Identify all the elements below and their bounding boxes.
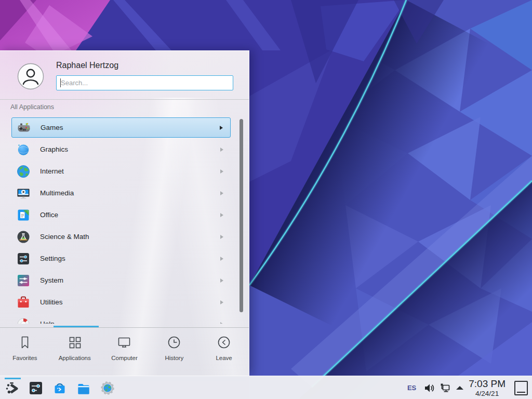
- category-label: Multimedia: [40, 189, 74, 197]
- computer-icon: [116, 335, 132, 350]
- system-icon: [17, 274, 30, 287]
- help-icon: [17, 317, 30, 324]
- application-launcher-menu: Raphael Hertzog All Applications: [0, 50, 249, 376]
- user-avatar[interactable]: [17, 63, 44, 90]
- category-row-science-math[interactable]: Science & Math: [0, 226, 249, 248]
- system-settings-launcher[interactable]: [29, 381, 43, 395]
- digital-clock[interactable]: 7:03 PM 4/24/21: [469, 379, 506, 397]
- clock-date: 4/24/21: [469, 390, 506, 397]
- category-row-internet[interactable]: Internet: [0, 161, 249, 182]
- submenu-arrow-icon: [220, 278, 223, 283]
- web-browser-launcher[interactable]: [100, 381, 115, 395]
- category-label: Settings: [40, 255, 65, 262]
- category-row-utilities[interactable]: Utilities: [0, 291, 249, 313]
- submenu-arrow-icon: [220, 322, 223, 324]
- tab-label: Computer: [111, 355, 138, 361]
- system-tray: ES 7:03 PM 4/24/21: [407, 376, 528, 399]
- utilities-icon: [17, 296, 30, 309]
- category-row-settings[interactable]: Settings: [0, 248, 249, 270]
- category-row-graphics[interactable]: Graphics: [0, 139, 249, 161]
- taskbar-panel: ES 7:03 PM 4/24/21: [0, 376, 532, 399]
- category-row-games[interactable]: Games: [0, 117, 249, 139]
- expand-tray-icon[interactable]: [456, 386, 463, 390]
- category-row-help[interactable]: Help: [0, 313, 249, 324]
- settings-icon: [17, 252, 30, 265]
- tab-label: Favorites: [12, 355, 37, 361]
- show-desktop-line: [517, 392, 525, 393]
- office-icon: [17, 208, 30, 222]
- leave-icon: [216, 335, 232, 350]
- keyboard-layout-indicator[interactable]: ES: [407, 384, 416, 392]
- application-launcher-button[interactable]: [5, 381, 19, 395]
- user-name: Raphael Hertzog: [56, 61, 118, 70]
- graphics-icon: [17, 143, 30, 156]
- category-label: Internet: [40, 167, 64, 175]
- active-launcher-indicator: [5, 378, 21, 379]
- applications-icon: [67, 335, 83, 350]
- submenu-arrow-icon: [220, 191, 223, 195]
- tab-label: History: [165, 355, 183, 361]
- category-label: Graphics: [40, 145, 68, 153]
- category-label: System: [40, 276, 63, 284]
- category-row-multimedia[interactable]: Multimedia: [0, 182, 249, 204]
- submenu-arrow-icon: [220, 126, 223, 130]
- launcher-tabbar: Favorites Applications Computer: [0, 328, 249, 376]
- submenu-arrow-icon: [220, 213, 223, 217]
- section-label: All Applications: [10, 103, 54, 111]
- category-row-office[interactable]: Office: [0, 204, 249, 226]
- tab-computer[interactable]: Computer: [100, 328, 150, 376]
- search-input[interactable]: [56, 75, 233, 90]
- favorites-icon: [17, 335, 33, 350]
- internet-icon: [17, 165, 30, 178]
- submenu-arrow-icon: [220, 257, 223, 261]
- tab-applications[interactable]: Applications: [50, 328, 100, 376]
- tab-history[interactable]: History: [149, 328, 199, 376]
- category-label: Office: [40, 211, 58, 219]
- science-math-icon: [17, 230, 30, 244]
- category-label: Utilities: [40, 298, 63, 306]
- header-separator: [0, 99, 249, 100]
- list-scrollbar[interactable]: [240, 119, 243, 312]
- category-label: Science & Math: [40, 233, 89, 241]
- games-icon: [17, 121, 31, 135]
- launcher-header: Raphael Hertzog: [0, 51, 249, 99]
- history-icon: [166, 335, 182, 350]
- category-row-system[interactable]: System: [0, 270, 249, 291]
- show-desktop-button[interactable]: [514, 381, 528, 395]
- submenu-arrow-icon: [220, 169, 223, 174]
- submenu-arrow-icon: [220, 300, 223, 304]
- text-caret: [60, 78, 61, 87]
- submenu-arrow-icon: [220, 148, 223, 152]
- file-manager-launcher[interactable]: [76, 381, 91, 395]
- panel-launchers: [5, 381, 115, 395]
- discover-launcher[interactable]: [52, 381, 67, 395]
- tab-label: Leave: [216, 355, 232, 361]
- category-label: Games: [41, 124, 63, 131]
- submenu-arrow-icon: [220, 235, 223, 239]
- clock-time: 7:03 PM: [469, 379, 506, 389]
- network-icon[interactable]: [438, 382, 451, 394]
- multimedia-icon: [17, 187, 30, 200]
- volume-icon[interactable]: [423, 382, 435, 394]
- desktop: Raphael Hertzog All Applications: [0, 0, 532, 399]
- tab-favorites[interactable]: Favorites: [0, 328, 50, 376]
- tab-leave[interactable]: Leave: [199, 328, 249, 376]
- category-list: Games Graphics: [0, 117, 249, 324]
- tab-label: Applications: [59, 355, 91, 361]
- category-label: Help: [40, 320, 55, 324]
